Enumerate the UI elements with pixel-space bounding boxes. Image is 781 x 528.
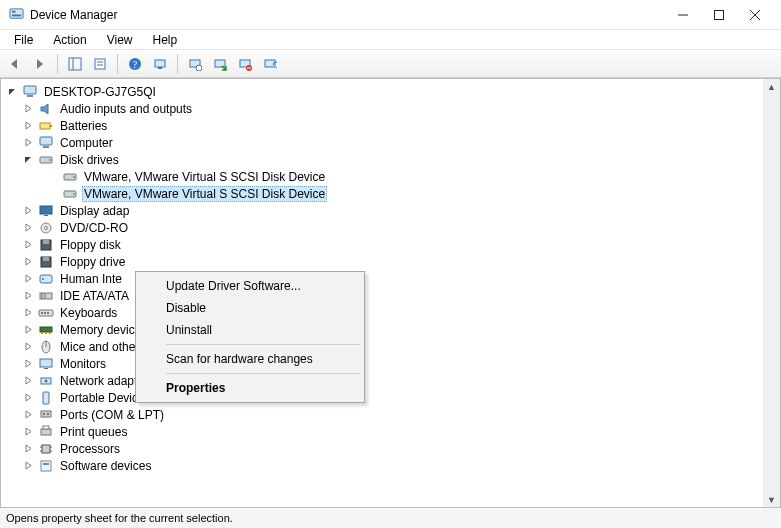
- tree-device[interactable]: VMware, VMware Virtual S SCSI Disk Devic…: [5, 185, 763, 202]
- mouse-icon: [38, 339, 54, 355]
- menu-action[interactable]: Action: [45, 32, 94, 48]
- disk-icon: [62, 186, 78, 202]
- expander-closed-icon[interactable]: [23, 460, 34, 471]
- maximize-button[interactable]: [701, 1, 737, 29]
- expander-closed-icon[interactable]: [23, 222, 34, 233]
- expander-closed-icon[interactable]: [23, 137, 34, 148]
- tree-category[interactable]: Portable Devices: [5, 389, 763, 406]
- expander-closed-icon[interactable]: [23, 205, 34, 216]
- expander-closed-icon[interactable]: [23, 273, 34, 284]
- forward-button[interactable]: [29, 53, 51, 75]
- expander-closed-icon[interactable]: [23, 307, 34, 318]
- device-tree[interactable]: DESKTOP-GJ7G5QI Audio inputs and outputs…: [1, 79, 763, 507]
- software-icon: [38, 458, 54, 474]
- tree-category[interactable]: IDE ATA/ATA: [5, 287, 763, 304]
- scan-hardware-button[interactable]: [149, 53, 171, 75]
- tree-category[interactable]: Monitors: [5, 355, 763, 372]
- expander-closed-icon[interactable]: [23, 103, 34, 114]
- menu-file[interactable]: File: [6, 32, 41, 48]
- minimize-button[interactable]: [665, 1, 701, 29]
- scroll-up-arrow[interactable]: ▲: [763, 79, 780, 94]
- floppy-icon: [38, 254, 54, 270]
- context-menu-item[interactable]: Scan for hardware changes: [138, 348, 362, 370]
- tree-category[interactable]: Disk drives: [5, 151, 763, 168]
- tree-category-label: Processors: [58, 442, 122, 456]
- tree-category[interactable]: Audio inputs and outputs: [5, 100, 763, 117]
- svg-point-65: [47, 413, 49, 415]
- expander-closed-icon[interactable]: [23, 409, 34, 420]
- tree-category[interactable]: Processors: [5, 440, 763, 457]
- expander-closed-icon[interactable]: [23, 426, 34, 437]
- port-icon: [38, 407, 54, 423]
- app-icon: [8, 7, 24, 23]
- svg-rect-52: [40, 327, 52, 332]
- close-button[interactable]: [737, 1, 773, 29]
- vertical-scrollbar[interactable]: ▲ ▼: [763, 79, 780, 507]
- svg-rect-7: [69, 58, 81, 70]
- tree-category-label: Batteries: [58, 119, 109, 133]
- tree-category[interactable]: Memory devices: [5, 321, 763, 338]
- update-driver-button[interactable]: [184, 53, 206, 75]
- tree-category[interactable]: Software devices: [5, 457, 763, 474]
- tree-category[interactable]: Display adap: [5, 202, 763, 219]
- svg-rect-25: [40, 123, 50, 129]
- memory-icon: [38, 322, 54, 338]
- svg-rect-49: [41, 312, 43, 314]
- expander-closed-icon[interactable]: [23, 239, 34, 250]
- tree-category-label: Disk drives: [58, 153, 121, 167]
- scroll-down-arrow[interactable]: ▼: [763, 492, 780, 507]
- back-button[interactable]: [4, 53, 26, 75]
- context-menu-item[interactable]: Disable: [138, 297, 362, 319]
- tree-category-label: Audio inputs and outputs: [58, 102, 194, 116]
- enable-device-button[interactable]: [209, 53, 231, 75]
- tree-device-label: VMware, VMware Virtual S SCSI Disk Devic…: [82, 170, 327, 184]
- menu-help[interactable]: Help: [145, 32, 186, 48]
- tree-category[interactable]: Human Inte: [5, 270, 763, 287]
- expander-closed-icon[interactable]: [23, 324, 34, 335]
- uninstall-device-button[interactable]: [234, 53, 256, 75]
- properties-button[interactable]: [89, 53, 111, 75]
- tree-device[interactable]: VMware, VMware Virtual S SCSI Disk Devic…: [5, 168, 763, 185]
- printer-icon: [38, 424, 54, 440]
- expander-closed-icon[interactable]: [23, 375, 34, 386]
- svg-rect-55: [49, 332, 51, 334]
- expander-closed-icon[interactable]: [23, 256, 34, 267]
- expander-closed-icon[interactable]: [23, 290, 34, 301]
- tree-category[interactable]: Computer: [5, 134, 763, 151]
- expander-open-icon[interactable]: [7, 86, 18, 97]
- tree-category[interactable]: Ports (COM & LPT): [5, 406, 763, 423]
- battery-icon: [38, 118, 54, 134]
- context-menu-item[interactable]: Properties: [138, 377, 362, 399]
- tree-category[interactable]: Mice and other pointing devices: [5, 338, 763, 355]
- context-menu-item[interactable]: Update Driver Software...: [138, 275, 362, 297]
- tree-device-label: VMware, VMware Virtual S SCSI Disk Devic…: [82, 186, 327, 202]
- tree-category[interactable]: Floppy disk: [5, 236, 763, 253]
- tree-root[interactable]: DESKTOP-GJ7G5QI: [5, 83, 763, 100]
- scan-changes-button[interactable]: [259, 53, 281, 75]
- expander-closed-icon[interactable]: [23, 341, 34, 352]
- device-tree-panel: DESKTOP-GJ7G5QI Audio inputs and outputs…: [0, 78, 781, 508]
- expander-closed-icon[interactable]: [23, 392, 34, 403]
- context-menu-item[interactable]: Uninstall: [138, 319, 362, 341]
- tree-category[interactable]: DVD/CD-RO: [5, 219, 763, 236]
- menu-view[interactable]: View: [99, 32, 141, 48]
- expander-closed-icon[interactable]: [23, 358, 34, 369]
- dvd-icon: [38, 220, 54, 236]
- tree-root-label: DESKTOP-GJ7G5QI: [42, 85, 158, 99]
- svg-rect-18: [215, 60, 225, 67]
- context-menu-separator: [166, 344, 360, 345]
- tree-category[interactable]: Network adapters: [5, 372, 763, 389]
- expander-closed-icon[interactable]: [23, 120, 34, 131]
- tree-category[interactable]: Floppy drive: [5, 253, 763, 270]
- svg-rect-62: [43, 392, 49, 404]
- help-button[interactable]: ?: [124, 53, 146, 75]
- expander-open-icon[interactable]: [23, 154, 34, 165]
- show-hide-tree-button[interactable]: [64, 53, 86, 75]
- svg-rect-2: [11, 15, 20, 17]
- tree-category[interactable]: Batteries: [5, 117, 763, 134]
- expander-closed-icon[interactable]: [23, 443, 34, 454]
- svg-rect-66: [41, 429, 51, 435]
- context-menu: Update Driver Software...DisableUninstal…: [135, 271, 365, 403]
- tree-category[interactable]: Keyboards: [5, 304, 763, 321]
- tree-category[interactable]: Print queues: [5, 423, 763, 440]
